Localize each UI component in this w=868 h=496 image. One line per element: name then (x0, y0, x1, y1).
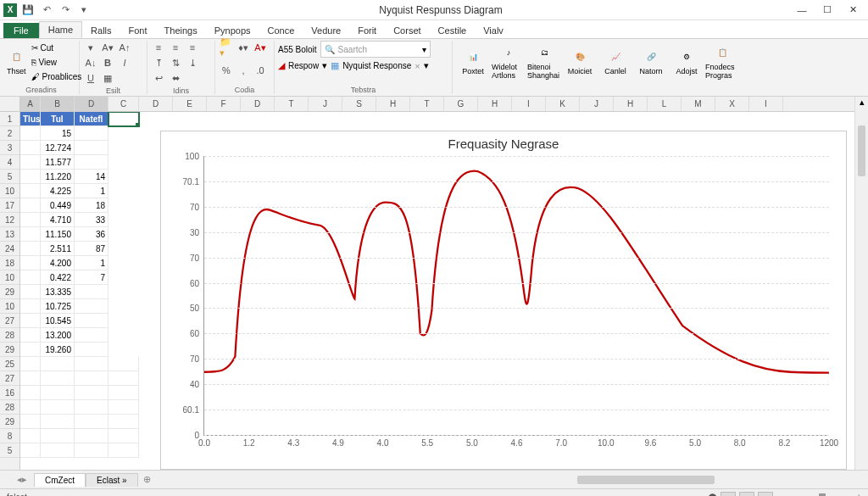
cell[interactable] (108, 415, 139, 429)
qat-redo-icon[interactable]: ↷ (58, 3, 73, 18)
cell[interactable] (20, 170, 41, 184)
ribbon-big-button[interactable]: ♪Widelot Artlons (492, 41, 526, 83)
ribbon-big-button[interactable]: 📋Fnodecs Progras (705, 41, 739, 83)
underline-button[interactable]: U (83, 71, 98, 85)
decimal-button[interactable]: .0 (253, 64, 268, 77)
cell[interactable]: 1 (75, 256, 108, 270)
cell[interactable]: 14 (75, 170, 108, 184)
row-header[interactable]: 8 (0, 429, 19, 443)
cell[interactable]: 7 (75, 270, 108, 285)
clear-icon[interactable]: × (415, 61, 420, 71)
row-header[interactable]: 13 (0, 227, 19, 242)
align-bottom-button[interactable]: ⤓ (185, 56, 200, 70)
cell[interactable] (20, 343, 41, 357)
row-header[interactable]: 3 (0, 141, 19, 155)
sheet-tab-active[interactable]: CmZect (34, 473, 86, 487)
cell[interactable]: 11.150 (41, 227, 75, 242)
ribbon-tab[interactable]: Corset (385, 23, 429, 38)
file-tab[interactable]: File (3, 23, 39, 38)
row-header[interactable]: 28 (0, 400, 19, 415)
row-header[interactable]: 25 (0, 357, 19, 371)
ribbon-big-button[interactable]: 📊Poxtet (456, 41, 490, 83)
scroll-up-icon[interactable]: ▴ (855, 97, 868, 109)
cell[interactable]: 4.200 (41, 256, 75, 270)
column-header[interactable]: D (139, 97, 173, 111)
cell[interactable]: 0.449 (41, 198, 75, 213)
row-header[interactable]: 16 (0, 386, 19, 400)
scrollbar-thumb[interactable] (858, 125, 865, 176)
cell[interactable] (20, 400, 41, 415)
cell[interactable] (41, 443, 75, 458)
ribbon-tab[interactable]: Cestile (430, 23, 476, 38)
ribbon-big-button[interactable]: 🎨Moiciet (563, 41, 597, 83)
cell[interactable] (41, 429, 75, 443)
vertical-scrollbar[interactable]: ▴ (854, 97, 868, 470)
cell[interactable] (75, 126, 108, 141)
row-header[interactable]: 29 (0, 285, 19, 299)
cell[interactable] (20, 429, 41, 443)
cell[interactable] (75, 314, 108, 328)
cell[interactable] (20, 155, 41, 170)
cell[interactable] (20, 415, 41, 429)
column-header[interactable]: S (342, 97, 376, 111)
row-header[interactable]: 24 (0, 242, 19, 256)
cell[interactable] (108, 400, 139, 415)
ribbon-tab[interactable]: Vialv (475, 23, 512, 38)
cell[interactable]: 18 (75, 198, 108, 213)
chevron-down-icon[interactable]: ▾ (322, 60, 327, 71)
font-dropdown[interactable]: ▾ (83, 41, 98, 54)
row-header[interactable]: 27 (0, 371, 19, 386)
align-top-button[interactable]: ⤒ (151, 56, 166, 70)
cell[interactable] (75, 141, 108, 155)
cell[interactable] (41, 357, 75, 371)
column-header[interactable]: D (75, 97, 108, 111)
copy-button[interactable]: ⎘View (28, 55, 86, 69)
cell[interactable] (75, 443, 108, 458)
bold-button[interactable]: B (100, 56, 115, 70)
cell[interactable] (75, 299, 108, 314)
shrink-font-button[interactable]: A↓ (83, 56, 98, 70)
ribbon-tab[interactable]: Forit (349, 23, 385, 38)
border-button[interactable]: ▦ (100, 71, 115, 85)
sheet-nav-icon[interactable]: ◂▸ (17, 474, 27, 485)
cell[interactable]: 36 (75, 227, 108, 242)
fill-color-button[interactable]: ♦▾ (236, 41, 251, 54)
zoom-in-button[interactable]: + (856, 493, 861, 496)
row-header[interactable]: 10 (0, 270, 19, 285)
ribbon-big-button[interactable]: 📈Canlel (598, 41, 632, 83)
column-header[interactable]: I (749, 97, 783, 111)
qat-more-icon[interactable]: ▾ (76, 3, 92, 18)
cell[interactable] (41, 371, 75, 386)
cell[interactable] (20, 227, 41, 242)
cell[interactable]: 1 (75, 184, 108, 198)
ribbon-tab[interactable]: Font (120, 23, 156, 38)
cell[interactable] (75, 328, 108, 343)
row-header[interactable]: 5 (0, 170, 19, 184)
row-header[interactable]: 2 (0, 126, 19, 141)
embedded-chart[interactable]: Frequasity Negrase 10070.170307060506070… (160, 131, 847, 470)
cell[interactable] (20, 285, 41, 299)
ribbon-tab[interactable]: Ralls (82, 23, 120, 38)
ribbon-tab[interactable]: Vedure (303, 23, 349, 38)
row-header[interactable]: 17 (0, 198, 19, 213)
table-header-cell[interactable]: Tul (41, 112, 75, 126)
align-center-button[interactable]: ≡ (168, 41, 183, 54)
column-header[interactable]: I (512, 97, 546, 111)
column-header[interactable]: E (173, 97, 207, 111)
cell[interactable] (75, 371, 108, 386)
row-header[interactable]: 12 (0, 213, 19, 227)
cell[interactable]: 10.545 (41, 314, 75, 328)
column-header[interactable]: X (715, 97, 749, 111)
size-dropdown[interactable]: A▾ (100, 41, 115, 54)
cell[interactable]: 2.511 (41, 242, 75, 256)
ribbon-big-button[interactable]: ⚙Adojst (670, 41, 704, 83)
row-header[interactable]: 10 (0, 299, 19, 314)
align-left-button[interactable]: ≡ (151, 41, 166, 54)
font-color-button[interactable]: A▾ (253, 41, 268, 54)
cell[interactable] (108, 429, 139, 443)
cell[interactable]: 0.422 (41, 270, 75, 285)
page-break-button[interactable] (758, 492, 773, 497)
new-sheet-button[interactable]: ⊕ (143, 474, 151, 485)
cell[interactable] (108, 371, 139, 386)
cell[interactable] (75, 415, 108, 429)
